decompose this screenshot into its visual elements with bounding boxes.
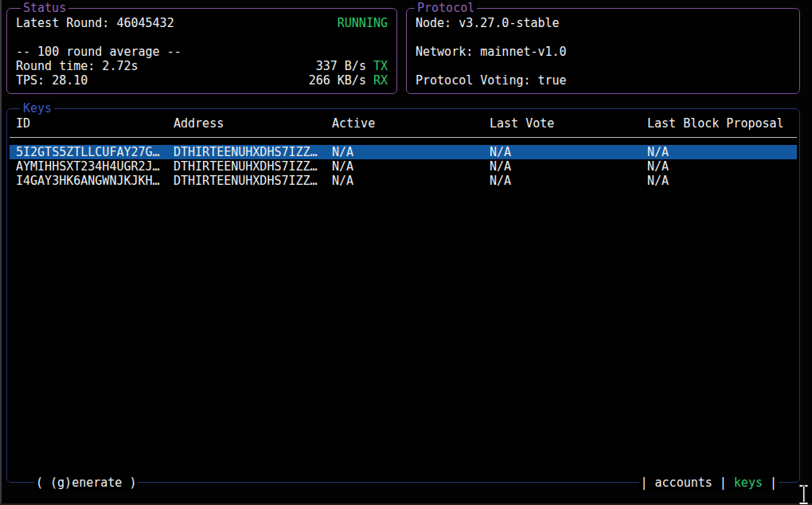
- protocol-panel-title: Protocol: [415, 1, 477, 15]
- tab-separator: |: [770, 476, 777, 490]
- view-tab-bar: |accounts|keys|: [639, 476, 779, 490]
- keys-table-header-row: ID Address Active Last Vote Last Block P…: [10, 116, 797, 131]
- round-time-text: Round time: 2.72s: [16, 59, 139, 73]
- cell-last-block-proposal: N/A: [647, 174, 797, 188]
- network-text: Network: mainnet-v1.0: [416, 45, 567, 59]
- running-status-badge: RUNNING: [338, 16, 388, 30]
- protocol-panel: Protocol Node: v3.27.0-stable Network: m…: [406, 8, 800, 94]
- cell-id: I4GAY3HK6ANGWNJKJKH…: [16, 174, 174, 188]
- cell-id: 5I2GTS5ZTLLCUFAY27G…: [16, 145, 174, 159]
- node-version-text: Node: v3.27.0-stable: [416, 16, 560, 30]
- column-header-last-block-proposal: Last Block Proposal: [647, 116, 797, 131]
- keys-panel-title: Keys: [21, 101, 54, 115]
- cell-last-vote: N/A: [490, 174, 647, 188]
- rx-rate: 266 KB/sRX: [309, 73, 388, 88]
- tab-separator: |: [720, 476, 727, 490]
- cell-last-vote: N/A: [490, 145, 647, 159]
- rx-rate-label: RX: [366, 73, 388, 88]
- header-separator-line: [10, 131, 797, 145]
- table-row-selected[interactable]: 5I2GTS5ZTLLCUFAY27G… DTHIRTEENUHXDHS7IZZ…: [10, 145, 797, 159]
- status-panel-title: Status: [21, 1, 68, 15]
- cell-active: N/A: [332, 145, 490, 159]
- cell-last-block-proposal: N/A: [647, 159, 797, 174]
- cell-last-vote: N/A: [490, 159, 647, 174]
- generate-button[interactable]: ( (g)enerate ): [34, 476, 138, 490]
- tab-accounts[interactable]: accounts: [648, 476, 720, 490]
- cell-active: N/A: [332, 159, 490, 174]
- keys-table: ID Address Active Last Vote Last Block P…: [7, 109, 799, 188]
- column-header-active: Active: [332, 116, 490, 131]
- status-panel: Status Latest Round: 46045432 RUNNING --…: [6, 8, 397, 94]
- protocol-voting-text: Protocol Voting: true: [416, 73, 567, 88]
- tab-separator: |: [641, 476, 648, 490]
- column-header-id: ID: [16, 116, 174, 131]
- cell-id: AYMIHHSXT234H4UGR2J…: [16, 159, 174, 174]
- terminal-left-edge: [0, 0, 2, 505]
- tx-rate-label: TX: [366, 59, 388, 73]
- tab-keys[interactable]: keys: [727, 476, 770, 490]
- round-average-header: -- 100 round average --: [16, 45, 182, 59]
- tx-rate: 337 B/sTX: [316, 59, 388, 73]
- table-row[interactable]: I4GAY3HK6ANGWNJKJKH… DTHIRTEENUHXDHS7IZZ…: [10, 174, 797, 188]
- tx-rate-value: 337 B/s: [316, 59, 366, 73]
- cell-address: DTHIRTEENUHXDHS7IZZ…: [174, 159, 332, 174]
- cell-address: DTHIRTEENUHXDHS7IZZ…: [174, 145, 332, 159]
- rx-rate-value: 266 KB/s: [309, 73, 366, 88]
- keys-panel: Keys ID Address Active Last Vote Last Bl…: [6, 108, 800, 483]
- cell-last-block-proposal: N/A: [647, 145, 797, 159]
- column-header-address: Address: [174, 116, 332, 131]
- cell-active: N/A: [332, 174, 490, 188]
- latest-round-text: Latest Round: 46045432: [16, 16, 174, 30]
- table-row[interactable]: AYMIHHSXT234H4UGR2J… DTHIRTEENUHXDHS7IZZ…: [10, 159, 797, 174]
- column-header-last-vote: Last Vote: [490, 116, 647, 131]
- text-ibeam-cursor: [798, 484, 810, 505]
- cell-address: DTHIRTEENUHXDHS7IZZ…: [174, 174, 332, 188]
- tps-text: TPS: 28.10: [16, 73, 88, 88]
